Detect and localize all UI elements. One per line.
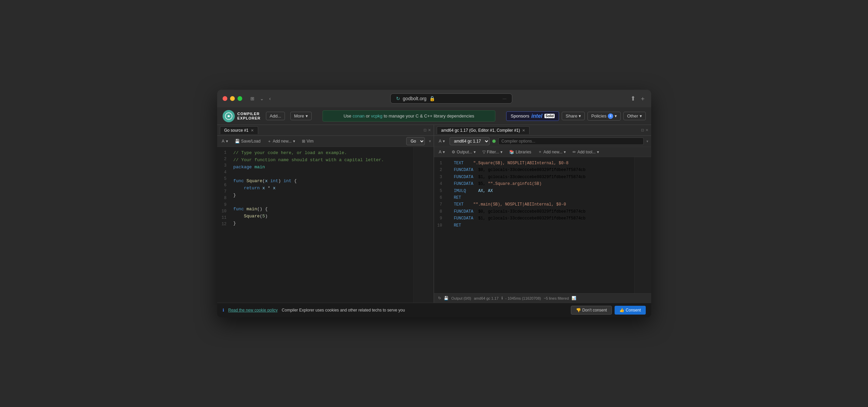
add-tool-chevron-icon: ▾ [597, 150, 599, 154]
sponsor-label: Sponsors [511, 113, 529, 119]
add-chevron-icon: ▾ [293, 139, 295, 144]
traffic-lights [223, 96, 242, 101]
more-button[interactable]: More ▾ [290, 112, 312, 120]
code-editor[interactable]: 1234 5678 9101112 // Type your code here… [217, 147, 434, 303]
logo-icon [223, 110, 235, 122]
share-button[interactable]: Share ▾ [562, 112, 585, 120]
output-toolbar: A ▾ ⚙ Output... ▾ ▽ Filter... ▾ 📚 [434, 147, 651, 157]
left-toolbar: A ▾ 💾 Save/Load ＋ Add new... ▾ ⊞ Vim [217, 136, 434, 147]
line-numbers: 1234 5678 9101112 [217, 147, 231, 303]
minimize-button[interactable] [230, 96, 235, 101]
save-icon: 💾 [235, 139, 240, 144]
url-text: godbolt.org [403, 96, 427, 101]
logo-text: COMPILER EXPLORER [237, 112, 261, 120]
add-new-button[interactable]: ＋ Add new... ▾ [265, 138, 297, 145]
source-tab-close-icon[interactable]: ✕ [251, 128, 254, 133]
compiler-status-icon [492, 140, 496, 143]
left-panel-expand-icon[interactable]: ⊡ [423, 128, 427, 132]
sponsor-button[interactable]: Sponsors intel Solid [506, 111, 559, 121]
info-icon: ℹ [501, 296, 503, 300]
add-button[interactable]: Add... [266, 112, 285, 120]
libraries-label: Libraries [516, 150, 531, 154]
vim-button[interactable]: ⊞ Vim [300, 138, 315, 144]
vim-label: Vim [307, 139, 313, 144]
titlebar-actions: ⬆ ＋ [631, 94, 646, 103]
save-load-button[interactable]: 💾 Save/Load [233, 138, 263, 144]
libraries-button[interactable]: 📚 Libraries [507, 149, 533, 155]
other-label: Other [627, 113, 638, 119]
solid-logo: Solid [544, 114, 555, 118]
compiler-options-input[interactable] [498, 137, 643, 145]
compiler-tab[interactable]: amd64 gc 1.17 (Go, Editor #1, Compiler #… [437, 126, 530, 134]
left-tab-bar: Go source #1 ✕ ⊡ ✕ [217, 125, 434, 136]
sidebar-toggle-icon[interactable]: ⊞ [249, 94, 256, 103]
more-icon[interactable]: ··· [502, 96, 507, 101]
right-minimap [634, 157, 651, 293]
fullscreen-button[interactable] [237, 96, 242, 101]
address-bar: ↻ godbolt.org 🔒 ··· [276, 93, 626, 104]
source-tab[interactable]: Go source #1 ✕ [220, 126, 258, 134]
back-icon[interactable]: ‹ [268, 94, 272, 103]
titlebar-controls: ⊞ ⌄ ‹ [249, 94, 272, 103]
output-status-label: Output (0/0) [451, 296, 471, 300]
conan-link[interactable]: conan [353, 113, 365, 119]
compiler-select[interactable]: amd64 gc 1.17 [450, 137, 490, 145]
add-new-tool-label: Add new... [543, 150, 562, 154]
policies-button[interactable]: Policies 4 ▾ [587, 112, 621, 121]
no-consent-button[interactable]: 👎 Don't consent [571, 306, 612, 315]
new-tab-icon[interactable]: ＋ [640, 94, 646, 103]
chevron-down-icon[interactable]: ⌄ [259, 94, 265, 103]
compiler-tab-label: amd64 gc 1.17 (Go, Editor #1, Compiler #… [441, 128, 520, 133]
compiler-font-icon: A [439, 139, 441, 144]
thumbs-down-icon: 👎 [576, 308, 581, 313]
close-button[interactable] [223, 96, 227, 101]
cookie-info-icon: ℹ [223, 308, 224, 313]
consent-button[interactable]: 👍 Consent [615, 306, 645, 315]
gear-icon: ⚙ [452, 150, 455, 154]
filter-label: Filter... [487, 150, 499, 154]
cookie-policy-link[interactable]: Read the new cookie policy [228, 308, 278, 313]
vcpkg-link[interactable]: vcpkg [371, 113, 383, 119]
filter-button[interactable]: ▽ Filter... ▾ [480, 149, 504, 155]
right-panel-close-icon[interactable]: ✕ [645, 128, 648, 132]
compiler-font-button[interactable]: A ▾ [437, 138, 447, 144]
refresh-status-icon[interactable]: ↻ [438, 296, 441, 300]
left-panel-close-icon[interactable]: ✕ [428, 128, 431, 132]
output-font-chevron-icon: ▾ [443, 150, 445, 154]
share-label: Share [565, 113, 577, 119]
url-input[interactable]: ↻ godbolt.org 🔒 ··· [390, 93, 512, 104]
logo-text-bottom: EXPLORER [237, 116, 261, 120]
notification-text-or: or [366, 113, 371, 119]
compiler-toolbar: A ▾ amd64 gc 1.17 ▾ [434, 136, 651, 147]
compiler-tab-close-icon[interactable]: ✕ [522, 128, 525, 133]
filter-icon: ▽ [482, 150, 485, 154]
header-right: Sponsors intel Solid Share ▾ Policies 4 … [506, 111, 645, 121]
other-button[interactable]: Other ▾ [623, 112, 646, 120]
add-tool-button[interactable]: ✏ Add tool... ▾ [571, 149, 601, 155]
language-select[interactable]: Go [406, 137, 425, 145]
consent-label: Consent [626, 308, 641, 313]
font-chevron-icon: ▾ [226, 139, 228, 144]
add-new-tool-button[interactable]: ＋ Add new... ▾ [536, 148, 568, 155]
policies-chevron-icon: ▾ [615, 113, 617, 119]
add-new-tool-plus-icon: ＋ [538, 149, 542, 155]
refresh-icon: ↻ [396, 96, 400, 101]
font-size-button[interactable]: A ▾ [220, 138, 230, 144]
output-status-icon: 💾 [444, 296, 449, 300]
code-content[interactable]: // Type your code here, or load an examp… [231, 147, 414, 303]
right-panel-expand-icon[interactable]: ⊡ [641, 128, 644, 132]
lang-chevron-icon[interactable]: ▾ [429, 139, 431, 144]
plus-icon: ＋ [267, 138, 271, 144]
compiler-options-chevron-icon[interactable]: ▾ [646, 139, 648, 144]
compiler-font-chevron-icon: ▾ [443, 139, 445, 144]
add-new-label: Add new... [273, 139, 292, 144]
share-icon[interactable]: ⬆ [631, 95, 636, 102]
source-tab-label: Go source #1 [224, 128, 249, 133]
asm-output[interactable]: 12345 678910 TEXT ".Square(SB), NOSPLIT|… [434, 157, 651, 293]
notification-bar: Use conan or vcpkg to manage your C & C+… [323, 110, 496, 122]
output-font-button[interactable]: A ▾ [437, 149, 447, 155]
asm-content: TEXT ".Square(SB), NOSPLIT|ABIInternal, … [446, 157, 634, 293]
more-chevron-icon: ▾ [306, 113, 308, 119]
output-chevron-icon: ▾ [474, 150, 476, 154]
output-button[interactable]: ⚙ Output... ▾ [450, 149, 478, 155]
